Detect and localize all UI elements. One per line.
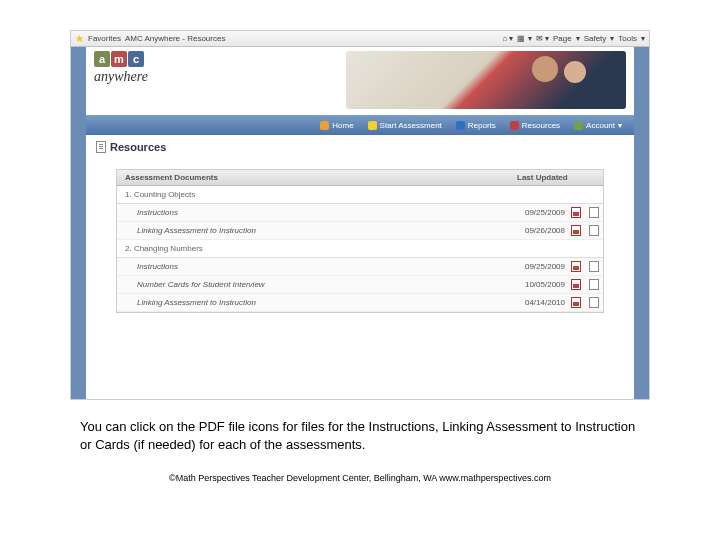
- col-updated: Last Updated: [513, 170, 603, 185]
- page-menu[interactable]: Page: [553, 34, 572, 43]
- row-date: 10/05/2009: [512, 276, 567, 293]
- safety-menu[interactable]: Safety: [584, 34, 607, 43]
- nav-reports[interactable]: Reports: [450, 115, 502, 135]
- tab-title[interactable]: AMC Anywhere - Resources: [125, 34, 225, 43]
- browser-tools: ⌂ ▾ ▦ ▾ ✉ ▾ Page▾ Safety▾ Tools▾: [502, 34, 645, 43]
- left-side-strip: [71, 47, 86, 399]
- doc-icon[interactable]: [589, 279, 599, 290]
- row-label: Instructions: [117, 204, 512, 221]
- mail-icon[interactable]: ✉ ▾: [536, 34, 549, 43]
- logo-block-c: c: [128, 51, 144, 67]
- account-icon: [574, 121, 583, 130]
- row-label: Linking Assessment to Instruction: [117, 294, 512, 311]
- row-date: 09/25/2009: [512, 204, 567, 221]
- resources-icon: [510, 121, 519, 130]
- pdf-icon[interactable]: [571, 297, 581, 308]
- logo-script: anywhere: [94, 69, 148, 85]
- group-counting-objects: 1. Counting Objects: [117, 186, 603, 204]
- pdf-icon[interactable]: [571, 261, 581, 272]
- caption-text: You can click on the PDF file icons for …: [80, 418, 640, 453]
- favorites-label[interactable]: Favorites: [88, 34, 121, 43]
- table-header: Assessment Documents Last Updated: [117, 170, 603, 186]
- right-side-strip: [634, 47, 649, 399]
- row-date: 09/26/2008: [512, 222, 567, 239]
- star-icon: [368, 121, 377, 130]
- doc-icon[interactable]: [589, 261, 599, 272]
- resources-table: Assessment Documents Last Updated 1. Cou…: [116, 169, 604, 313]
- logo-block-a: a: [94, 51, 110, 67]
- feed-icon[interactable]: ▦ ▾: [517, 34, 531, 43]
- nav-resources[interactable]: Resources: [504, 115, 566, 135]
- table-row: Number Cards for Student Interview 10/05…: [117, 276, 603, 294]
- row-date: 09/25/2009: [512, 258, 567, 275]
- reports-icon: [456, 121, 465, 130]
- nav-start-assessment[interactable]: Start Assessment: [362, 115, 448, 135]
- nav-account[interactable]: Account▾: [568, 115, 628, 135]
- footer-text: ©Math Perspectives Teacher Development C…: [0, 473, 720, 483]
- main-nav: Home Start Assessment Reports Resources …: [86, 115, 634, 135]
- document-icon: [96, 141, 106, 153]
- col-documents: Assessment Documents: [117, 170, 513, 185]
- favorites-star-icon[interactable]: ★: [75, 33, 84, 44]
- table-row: Instructions 09/25/2009: [117, 204, 603, 222]
- banner-photo: [346, 51, 626, 109]
- doc-icon[interactable]: [589, 297, 599, 308]
- pdf-icon[interactable]: [571, 279, 581, 290]
- home-icon: [320, 121, 329, 130]
- row-label: Instructions: [117, 258, 512, 275]
- table-row: Linking Assessment to Instruction 04/14/…: [117, 294, 603, 312]
- page-header: a m c anywhere: [86, 47, 634, 115]
- logo-block-m: m: [111, 51, 127, 67]
- tools-menu[interactable]: Tools: [618, 34, 637, 43]
- row-date: 04/14/2010: [512, 294, 567, 311]
- pdf-icon[interactable]: [571, 207, 581, 218]
- pdf-icon[interactable]: [571, 225, 581, 236]
- browser-toolbar: ★ Favorites AMC Anywhere - Resources ⌂ ▾…: [71, 31, 649, 47]
- row-label: Linking Assessment to Instruction: [117, 222, 512, 239]
- doc-icon[interactable]: [589, 225, 599, 236]
- home-icon[interactable]: ⌂ ▾: [502, 34, 513, 43]
- app-screenshot: ★ Favorites AMC Anywhere - Resources ⌂ ▾…: [70, 30, 650, 400]
- amc-anywhere-logo: a m c anywhere: [94, 51, 148, 85]
- section-title: Resources: [110, 141, 166, 153]
- row-label: Number Cards for Student Interview: [117, 276, 512, 293]
- group-changing-numbers: 2. Changing Numbers: [117, 240, 603, 258]
- section-header: Resources: [86, 135, 634, 159]
- table-row: Linking Assessment to Instruction 09/26/…: [117, 222, 603, 240]
- doc-icon[interactable]: [589, 207, 599, 218]
- table-row: Instructions 09/25/2009: [117, 258, 603, 276]
- nav-home[interactable]: Home: [314, 115, 359, 135]
